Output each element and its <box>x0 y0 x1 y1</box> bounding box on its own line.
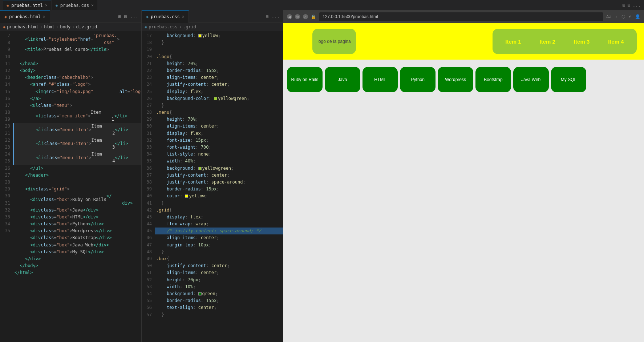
split-icon[interactable]: ⊞ <box>118 14 121 19</box>
preview-grid: Ruby on RailsJavaHTMLPythonWordpressBoot… <box>283 63 644 96</box>
browser-home-button[interactable]: ⌂ <box>303 14 308 19</box>
css-icon: ◈ <box>146 14 149 19</box>
grid-box: Java Web <box>513 67 549 92</box>
tab-css-label: pruebas.css <box>60 3 89 8</box>
css-code-area[interactable]: 1718192021222324252627282930313233343536… <box>142 31 283 342</box>
breadcrumb-body: body <box>60 24 70 29</box>
bookmark-icon[interactable]: ☆ <box>615 14 618 19</box>
browser-toolbar: ◀ ↻ ⌂ 🔒 Aa ☆ ⬡ ⚡ 👤 <box>283 10 644 23</box>
html-editor-panel: ◈ pruebas.html ✕ ⊞ ⊟ ... ◈ pruebas.html … <box>0 10 142 342</box>
nav-item[interactable]: Item 2 <box>540 39 555 45</box>
grid-box: My SQL <box>551 67 587 92</box>
tab-css[interactable]: ◈ pruebas.css ✕ <box>52 0 97 10</box>
grid-box: Python <box>400 67 436 92</box>
grid-box: Ruby on Rails <box>287 67 323 92</box>
reader-view-icon[interactable]: Aa <box>606 14 611 19</box>
css-tab-label: pruebas.css <box>151 14 179 19</box>
css-breadcrumb-icon: ◈ <box>145 24 147 29</box>
html-editor-close[interactable]: ✕ <box>43 14 45 19</box>
html-editor-icons: ⊞ ⊟ ... <box>116 14 141 19</box>
browser-url-input[interactable] <box>319 12 603 21</box>
html-file-icon: ◈ <box>7 3 9 8</box>
html-breadcrumb: ◈ pruebas.html › html › body › div.grid <box>0 23 141 31</box>
grid-box: HTML <box>362 67 398 92</box>
css-editor-close[interactable]: ✕ <box>182 14 185 19</box>
breadcrumb-divgrid: div.grid <box>76 24 97 29</box>
preview-logo: logo de la pagina <box>312 29 356 54</box>
browser-action-icons: Aa ☆ ⬡ ⚡ 👤 <box>606 14 640 19</box>
css-editor-panel: ◈ pruebas.css ✕ ⊞ ... ◈ pruebas.css › .g… <box>142 10 283 342</box>
profile-icon[interactable]: 👤 <box>635 14 640 19</box>
nav-item[interactable]: Item 3 <box>574 39 590 45</box>
css-line-numbers: 1718192021222324252627282930313233343536… <box>142 31 155 342</box>
html-icon: ◈ <box>4 14 7 19</box>
browser-back-button[interactable]: ◀ <box>287 14 292 19</box>
collapse-icon[interactable]: ⊟ <box>124 14 127 19</box>
nav-item[interactable]: Item 4 <box>608 39 624 45</box>
tab-html[interactable]: ◈ pruebas.html ✕ <box>3 0 51 10</box>
breadcrumb-html-element: html <box>44 24 54 29</box>
nav-item[interactable]: Item 1 <box>505 39 521 45</box>
html-editor-tab[interactable]: ◈ pruebas.html ✕ <box>0 10 50 23</box>
main-layout: ◈ pruebas.html ✕ ⊞ ⊟ ... ◈ pruebas.html … <box>0 10 644 342</box>
browser-content: logo de la pagina Item 1Item 2Item 3Item… <box>283 23 644 342</box>
grid-box: Wordpress <box>438 67 473 92</box>
browser-panel: ◀ ↻ ⌂ 🔒 Aa ☆ ⬡ ⚡ 👤 logo de la pagina Ite… <box>283 10 644 342</box>
css-more-icon[interactable]: ... <box>272 14 280 19</box>
more-icon[interactable]: ... <box>633 3 641 8</box>
grid-box: Java <box>325 67 360 92</box>
breadcrumb-html: ◈ <box>3 24 5 29</box>
preview-header: logo de la pagina Item 1Item 2Item 3Item… <box>283 23 644 60</box>
preview-nav: Item 1Item 2Item 3Item 4 <box>493 29 637 54</box>
tab-css-close[interactable]: ✕ <box>91 3 94 8</box>
browser-refresh-button[interactable]: ↻ <box>295 14 300 19</box>
browser-lock-icon: 🔒 <box>311 15 316 19</box>
css-selector-label: .grid <box>183 24 196 29</box>
css-code-lines: background: yellow; }.logo{ height: 70%;… <box>155 31 283 342</box>
html-tab-label: pruebas.html <box>9 14 41 19</box>
css-editor-tab[interactable]: ◈ pruebas.css ✕ <box>142 10 189 23</box>
css-split-icon[interactable]: ⊞ <box>266 14 269 19</box>
collections-icon[interactable]: ⬡ <box>621 14 625 19</box>
layout-icon[interactable]: ⊟ <box>628 3 631 8</box>
top-bar-icons: ⊞ ⊟ ... <box>623 3 641 8</box>
css-breadcrumb: ◈ pruebas.css › .grid <box>142 23 283 31</box>
html-line-numbers: 7891011121314151617181920212223242526272… <box>0 31 13 342</box>
split-editor-icon[interactable]: ⊞ <box>623 3 625 8</box>
css-breadcrumb-label: pruebas.css <box>149 24 177 29</box>
breadcrumb-html-label: pruebas.html <box>7 24 39 29</box>
css-editor-icons: ⊞ ... <box>263 14 283 19</box>
html-code-lines: <link rel="stylesheet" href="pruebas. cs… <box>13 31 141 342</box>
extensions-icon[interactable]: ⚡ <box>629 14 631 19</box>
grid-box: Bootstrap <box>475 67 511 92</box>
logo-alt-text: logo de la pagina <box>317 39 351 44</box>
css-file-icon: ◈ <box>56 3 58 8</box>
more-actions-icon[interactable]: ... <box>130 14 138 19</box>
html-code-area[interactable]: 7891011121314151617181920212223242526272… <box>0 31 141 342</box>
top-bar: ◈ pruebas.html ✕ ◈ pruebas.css ✕ ⊞ ⊟ ... <box>0 0 644 10</box>
tab-html-close[interactable]: ✕ <box>45 3 48 8</box>
tab-html-label: pruebas.html <box>11 3 43 8</box>
